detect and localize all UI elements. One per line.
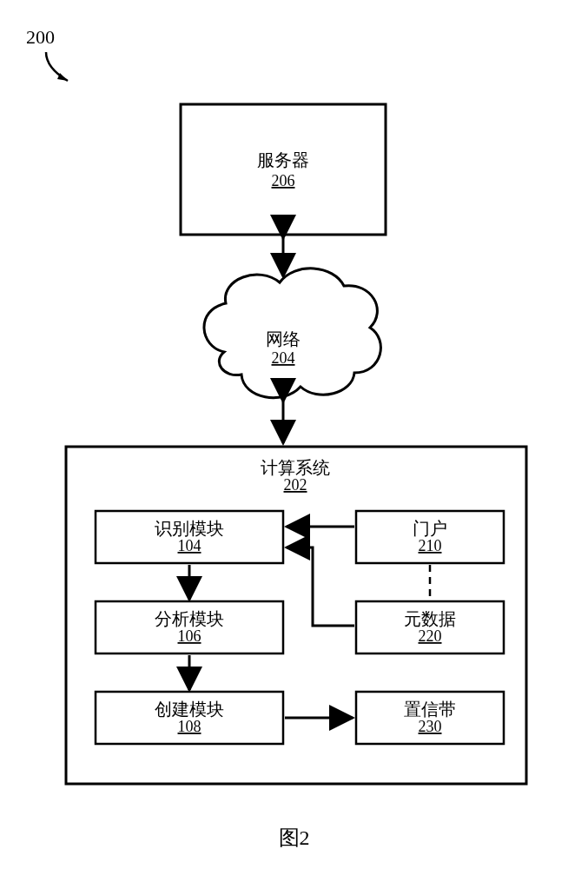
svg-rect-2 [181,104,386,235]
diagram-canvas: 服务器 206 网络 204 计算系统 202 识别模块 104 分析模块 10… [0,0,588,834]
create-ref: 108 [178,718,202,735]
metadata-ref: 220 [419,627,442,645]
confidence-ref: 230 [419,718,442,735]
computing-system-ref: 202 [284,476,307,494]
confidence-block: 置信带 230 [356,692,504,744]
page-number: 200 [26,26,55,49]
identify-ref: 104 [178,537,202,554]
create-label: 创建模块 [155,700,224,719]
portal-label: 门户 [413,519,447,538]
identify-label: 识别模块 [155,519,224,538]
analyze-module: 分析模块 106 [96,601,283,653]
portal-block: 门户 210 [356,511,504,563]
server-label: 服务器 [257,150,309,169]
server-ref: 206 [272,172,295,189]
analyze-label: 分析模块 [155,609,224,628]
figure-caption: 图2 [279,824,310,852]
metadata-block: 元数据 220 [356,601,504,653]
server-block: 服务器 206 [181,104,386,235]
create-module: 创建模块 108 [96,692,283,744]
computing-system-block: 计算系统 202 识别模块 104 分析模块 106 创建模块 108 门户 2… [66,447,526,784]
network-ref: 204 [272,349,295,367]
confidence-label: 置信带 [404,700,456,719]
network-cloud: 网络 204 [204,269,380,398]
identify-module: 识别模块 104 [96,511,283,563]
computing-system-label: 计算系统 [261,458,330,477]
portal-ref: 210 [419,537,442,554]
page-pointer-arrow [42,50,76,85]
analyze-ref: 106 [178,627,202,645]
metadata-label: 元数据 [404,609,456,628]
network-label: 网络 [266,329,301,348]
